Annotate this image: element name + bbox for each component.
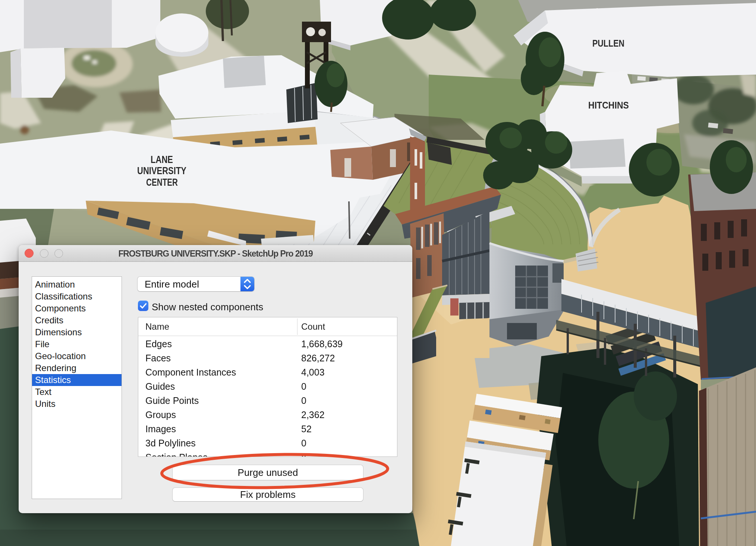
svg-text:HITCHINS: HITCHINS	[588, 100, 629, 111]
svg-text:LANE: LANE	[151, 154, 173, 165]
svg-text:PULLEN: PULLEN	[592, 38, 624, 49]
svg-text:CENTER: CENTER	[146, 177, 178, 188]
svg-text:UNIVERSITY: UNIVERSITY	[137, 165, 186, 176]
